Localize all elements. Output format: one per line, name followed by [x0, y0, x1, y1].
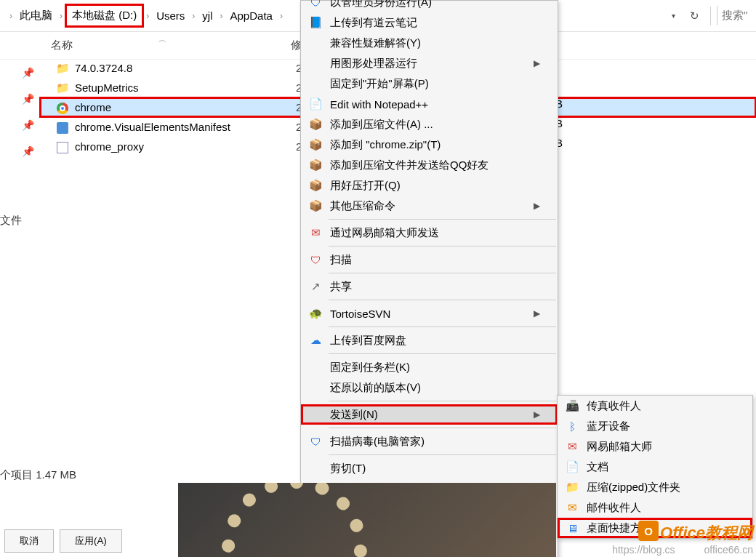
xml-icon [55, 120, 71, 133]
menu-item-icon: 📦 [308, 199, 323, 213]
menu-separator [329, 401, 556, 401]
submenu-item-label: 蓝牙设备 [587, 420, 630, 433]
refresh-icon[interactable]: ↻ [684, 9, 704, 23]
breadcrumb-item[interactable]: Users [151, 7, 190, 25]
menu-item-icon: ↗ [308, 279, 323, 294]
dialog-buttons: 取消 应用(A) [0, 525, 178, 557]
menu-item[interactable]: 剪切(T) [301, 458, 558, 478]
menu-item-icon: 🐢 [308, 306, 323, 321]
menu-item-label: Edit with Notepad++ [330, 98, 428, 111]
file-name: SetupMetrics [71, 81, 296, 94]
menu-item[interactable]: 🛡扫描 [301, 249, 558, 270]
submenu-item-icon: 🖥 [565, 522, 579, 534]
pin-icon[interactable]: 📌 [0, 112, 40, 138]
menu-item-label: 上传到百度网盘 [330, 334, 406, 348]
menu-item-label: 固定到"开始"屏幕(P) [330, 77, 429, 91]
submenu-arrow-icon: ▶ [526, 58, 540, 68]
dropdown-icon[interactable]: ▾ [667, 12, 680, 20]
watermark-brand: Office教程网 [612, 522, 753, 544]
chevron-right-icon[interactable]: › [7, 11, 15, 21]
file-name: chrome_proxy [71, 140, 296, 153]
menu-item-label: 扫描病毒(电脑管家) [330, 435, 425, 449]
menu-item-icon: 📦 [308, 178, 323, 193]
menu-item[interactable]: 🐢TortoiseSVN▶ [301, 303, 558, 324]
submenu-arrow-icon: ▶ [526, 409, 540, 420]
menu-item[interactable]: 发送到(N)▶ [301, 404, 558, 425]
pin-icon[interactable]: 📌 [0, 86, 40, 112]
menu-item[interactable]: 📘上传到有道云笔记 [301, 12, 558, 33]
pin-icon[interactable]: 📌 [0, 138, 40, 164]
menu-item-label: 上传到有道云笔记 [330, 16, 417, 30]
menu-item[interactable]: 还原以前的版本(V) [301, 377, 558, 398]
menu-item-label: 还原以前的版本(V) [330, 381, 421, 395]
menu-item-icon: 📄 [308, 97, 323, 111]
breadcrumb-item[interactable]: 本地磁盘 (D:) [65, 4, 144, 28]
menu-item-label: TortoiseSVN [330, 308, 390, 320]
menu-item-label: 以管理员身份运行(A) [330, 0, 432, 9]
menu-item-label: 其他压缩命令 [330, 199, 395, 213]
column-name[interactable]: 名称 [51, 39, 291, 52]
breadcrumb-item[interactable]: AppData [225, 7, 278, 25]
submenu-item-label: 邮件收件人 [587, 501, 641, 515]
submenu-item-icon: 📠 [565, 399, 579, 412]
folder-icon: 📁 [55, 81, 71, 95]
submenu-item-icon: ✉ [565, 440, 579, 453]
menu-item[interactable]: 用图形处理器运行▶ [301, 53, 558, 73]
menu-item[interactable]: ✉通过网易邮箱大师发送 [301, 223, 558, 243]
menu-item[interactable]: 📦用好压打开(Q) [301, 175, 558, 196]
menu-item[interactable]: 📦添加到压缩文件(A) ... [301, 114, 558, 135]
chevron-right-icon: › [190, 11, 197, 21]
menu-item-icon: 📘 [308, 15, 323, 30]
search-input[interactable]: 搜索" [717, 6, 753, 25]
submenu-item[interactable]: ✉网易邮箱大师 [558, 436, 752, 457]
submenu-item[interactable]: 📁压缩(zipped)文件夹 [558, 477, 752, 497]
menu-separator [329, 273, 556, 273]
menu-separator [329, 428, 556, 428]
menu-item-icon: 📦 [308, 137, 323, 152]
submenu-item-icon: 📄 [565, 460, 579, 473]
menu-item-icon: 🛡 [308, 0, 323, 9]
menu-item-label: 剪切(T) [330, 462, 366, 476]
menu-item-label: 用图形处理器运行 [330, 57, 417, 71]
menu-item[interactable]: 📄Edit with Notepad++ [301, 94, 558, 114]
submenu-item[interactable]: 📠传真收件人 [558, 396, 752, 416]
menu-separator [329, 454, 556, 455]
menu-item[interactable]: ↗共享 [301, 276, 558, 297]
folder-icon: 📁 [55, 62, 71, 75]
submenu-item-icon: ᛒ [565, 420, 579, 433]
sort-indicator-icon[interactable]: ︿ [158, 34, 166, 45]
chevron-right-icon: › [144, 11, 151, 21]
menu-item[interactable]: 🛡扫描病毒(电脑管家) [301, 431, 558, 452]
menu-item[interactable]: 固定到"开始"屏幕(P) [301, 73, 558, 94]
menu-item[interactable]: ☁上传到百度网盘 [301, 330, 558, 350]
submenu-arrow-icon: ▶ [526, 308, 540, 318]
submenu-item-label: 文档 [587, 460, 608, 474]
sidebar-label: 文件 [0, 214, 22, 228]
menu-item[interactable]: 固定到任务栏(K) [301, 357, 558, 377]
chevron-right-icon: › [57, 11, 65, 21]
menu-item[interactable]: 📦添加到 "chrome.zip"(T) [301, 135, 558, 155]
menu-item-icon: ✉ [308, 225, 323, 240]
menu-item[interactable]: 📦其他压缩命令▶ [301, 196, 558, 216]
menu-item-label: 添加到压缩文件并发送给QQ好友 [330, 159, 488, 172]
menu-separator [329, 353, 556, 354]
menu-item[interactable]: 🛡以管理员身份运行(A) [301, 0, 558, 12]
send-to-submenu: 📠传真收件人ᛒ蓝牙设备✉网易邮箱大师📄文档📁压缩(zipped)文件夹✉邮件收件… [557, 395, 753, 539]
submenu-item[interactable]: ᛒ蓝牙设备 [558, 416, 752, 436]
menu-item-label: 固定到任务栏(K) [330, 361, 410, 374]
cancel-button[interactable]: 取消 [4, 529, 54, 553]
menu-item-label: 扫描 [330, 253, 352, 267]
submenu-item[interactable]: 📄文档 [558, 457, 752, 477]
breadcrumb-item[interactable]: 此电脑 [15, 6, 57, 25]
menu-item[interactable]: 📦添加到压缩文件并发送给QQ好友 [301, 155, 558, 175]
menu-item[interactable]: 兼容性疑难解答(Y) [301, 33, 558, 53]
pin-icon[interactable]: 📌 [0, 60, 40, 86]
breadcrumb-item[interactable]: yjl [197, 7, 217, 25]
apply-button[interactable]: 应用(A) [60, 529, 122, 553]
menu-separator [329, 246, 556, 247]
preview-image [178, 483, 556, 557]
watermark: O Office教程网 https://blog.csoffice66.cn [612, 522, 753, 556]
submenu-item-label: 压缩(zipped)文件夹 [587, 481, 680, 494]
submenu-item[interactable]: ✉邮件收件人 [558, 497, 752, 518]
menu-item-icon: 📦 [308, 117, 323, 132]
